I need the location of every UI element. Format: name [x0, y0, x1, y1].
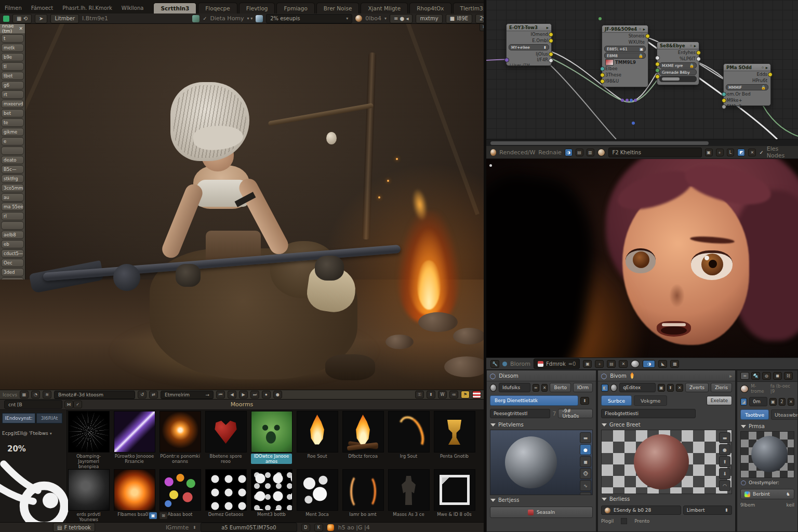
add-slot-icon[interactable]: ＋ [595, 360, 604, 368]
asset-thumbnail[interactable] [205, 469, 247, 511]
image-mode-icon[interactable]: ▣ [149, 512, 157, 520]
asset-item[interactable]: Demez Getaoos [205, 469, 246, 522]
material-slot-name[interactable]: qEditex [619, 383, 656, 392]
asset-item[interactable]: PGontr:e ponomkionanns [159, 411, 201, 469]
cursor-tool-button[interactable]: ➤ [35, 14, 47, 23]
tool-shelf-button[interactable]: aelb8 [1, 231, 24, 239]
sidebar-tab-active[interactable]: IEndovynst: [2, 413, 35, 423]
tool-shelf-button[interactable]: t [1, 34, 24, 43]
swap-icon[interactable]: ⇄ [149, 391, 158, 398]
asset-item[interactable]: Roe Sout [297, 411, 338, 469]
down-icon[interactable]: ⬇ [719, 468, 730, 479]
node-dropdown[interactable]: MY+e9ee⬍ [509, 44, 549, 50]
asset-thumbnail[interactable] [114, 469, 155, 511]
prev-frame-icon[interactable]: ◀ [228, 391, 236, 398]
snap-caret[interactable]: ▾ ▾ [247, 16, 253, 21]
sidebar-tab[interactable]: 3I6RIAt [36, 413, 62, 423]
tool-shelf-button[interactable]: g6 [1, 81, 24, 89]
props-tab-icon-particles[interactable]: 🔩 [751, 372, 760, 380]
tool-shelf-button[interactable]: ma 55eec [1, 203, 24, 211]
asset-thumbnail[interactable] [297, 469, 338, 511]
material-props-tab-icon[interactable]: ◑ [643, 360, 655, 368]
asset-thumbnail[interactable] [114, 411, 155, 453]
asset-thumbnail[interactable] [297, 411, 338, 453]
record-icon[interactable]: ● [273, 391, 282, 398]
props-tab-icon-object[interactable]: ◼ [773, 372, 782, 380]
texture-tab[interactable]: Taotbve [740, 409, 769, 420]
slot-sphere-icon[interactable] [490, 384, 497, 392]
render-size-button[interactable]: ■ I89E [446, 14, 472, 23]
menu-item[interactable]: Phasrt.lh. Rl.Kmork [58, 3, 117, 14]
snap-label[interactable]: Dieta Homy [210, 15, 244, 22]
users-button[interactable]: -9# Urba0s [558, 409, 593, 418]
editor-type-icon[interactable] [3, 16, 9, 22]
grid-toggle-button[interactable]: ▦ ⟲ [12, 14, 32, 23]
asset-item[interactable]: Masos As 3 ce [388, 469, 429, 522]
editor-icon[interactable] [256, 15, 263, 22]
settings-section-toggle[interactable]: Bertjess [487, 495, 596, 505]
list-mode-icon[interactable]: ⊞ [159, 512, 168, 520]
props-tab-icon-constraint[interactable]: ⛓ [784, 372, 793, 380]
snap-mode-button[interactable]: mxtmy [416, 14, 442, 23]
tool-shelf-button[interactable]: 5tc5mmm [1, 277, 24, 280]
stop-icon[interactable]: ⏹ [262, 391, 271, 398]
monkey-wrench-icon[interactable]: 🔧 [490, 360, 499, 368]
asset-thumbnail[interactable] [434, 469, 475, 511]
asset-thumbnail[interactable] [251, 469, 292, 511]
workspace-tab[interactable]: Rhop4tOx [409, 3, 451, 14]
pin-icon[interactable]: ▣ [705, 149, 713, 156]
overlap-icon[interactable]: ≋ [43, 391, 51, 398]
object-button[interactable]: IOrm [573, 383, 593, 392]
pin-icon[interactable]: ▣ [769, 398, 776, 406]
workspace-tab[interactable]: Xjant Mligte [361, 3, 408, 14]
tool-shelf-button[interactable]: B5c— [1, 165, 24, 174]
unlink-icon[interactable]: ✕ [619, 360, 628, 368]
node-header[interactable]: PMa SOdd◦ ▸ [724, 64, 770, 71]
asset-thumbnail[interactable] [205, 411, 247, 453]
tool-shelf-button[interactable]: cduct5— [1, 249, 24, 258]
list-icon[interactable]: ≡ [533, 384, 539, 392]
workspace-tab[interactable]: Flevtlog [239, 3, 275, 14]
props-tab-icon-world[interactable]: ◍ [762, 372, 771, 380]
hair-preview-icon[interactable]: ∿ [580, 480, 591, 491]
use-nodes-check-icon[interactable]: ✓ [759, 150, 763, 155]
triangle-icon[interactable]: ◣ [658, 360, 667, 368]
name-field[interactable]: Fleobgtettiesti [601, 409, 696, 418]
pin-icon[interactable]: ▣ [658, 384, 665, 392]
frame-label[interactable]: IGmmte [166, 524, 189, 531]
asset-thumbnail[interactable] [68, 411, 110, 453]
fake-user-icon[interactable]: ◩ [737, 149, 745, 156]
next-icon[interactable]: K [314, 524, 323, 531]
workspace-tab[interactable]: Fpmiago [276, 3, 314, 14]
region-divider[interactable] [484, 0, 486, 532]
asset-item[interactable]: Obamping-Jayromerlbnenpiea [68, 411, 109, 469]
panel-header[interactable]: ◯Dixsom [487, 370, 596, 381]
tool-shelf-button[interactable]: stktfrg [1, 175, 24, 183]
shader-node[interactable]: E-OY3-Tow3▸ IOmend E.Ombl MY+e9ee⬍ IjOlu… [506, 23, 552, 66]
browse-material-icon[interactable] [597, 149, 605, 156]
asset-item[interactable]: erds prdvtlYounews [68, 469, 109, 522]
tool-shelf-button[interactable] [1, 221, 24, 230]
sphere-preview-icon[interactable]: ● [719, 444, 730, 455]
asset-thumbnail[interactable] [159, 411, 201, 453]
surface-section-toggle[interactable]: Berliess [598, 494, 735, 504]
preview-section-toggle[interactable]: Grece Breet [598, 420, 735, 430]
notebook-button[interactable]: ▤ F tetrbook [53, 523, 95, 532]
material-slot-name[interactable]: Idufsiks [499, 383, 530, 392]
key-icon[interactable]: ⚿ [415, 391, 424, 398]
slot-sphere-icon[interactable] [610, 384, 618, 392]
unlink-icon[interactable]: ✕ [748, 149, 756, 156]
next-frame-icon[interactable]: ⏭ [250, 391, 259, 398]
world-shader-icon[interactable]: ▤ [576, 149, 583, 156]
flat-preview-icon[interactable]: ▬ [580, 432, 591, 443]
undo-icon[interactable]: ↺ [138, 391, 147, 398]
flat-preview-icon[interactable]: ▬ [719, 432, 730, 443]
two-icon[interactable]: 2 [779, 398, 786, 406]
sphere-icon[interactable] [631, 360, 640, 368]
active-output-button[interactable]: Berg Dienettietatk [490, 395, 578, 406]
tool-shelf-button[interactable]: b9e [1, 53, 24, 61]
shader-node[interactable]: PMa SOdd◦ ▸ Edds HPru6t MMMIF🔒 em.Or Bed… [723, 63, 771, 106]
asset-thumbnail[interactable] [68, 469, 110, 511]
workspace-tab[interactable]: Floqecpe [198, 3, 237, 14]
tool-shelf-button[interactable]: e [1, 137, 24, 145]
